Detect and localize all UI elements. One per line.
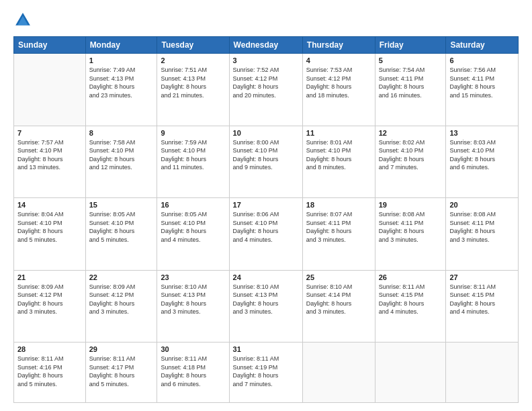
calendar-cell: 24Sunrise: 8:10 AM Sunset: 4:13 PM Dayli… bbox=[229, 270, 302, 342]
day-info: Sunrise: 8:11 AM Sunset: 4:15 PM Dayligh… bbox=[379, 283, 443, 316]
day-number: 17 bbox=[233, 201, 299, 209]
day-info: Sunrise: 8:02 AM Sunset: 4:10 PM Dayligh… bbox=[379, 138, 443, 172]
calendar-cell: 8Sunrise: 7:58 AM Sunset: 4:10 PM Daylig… bbox=[85, 126, 157, 198]
calendar-cell: 13Sunrise: 8:03 AM Sunset: 4:10 PM Dayli… bbox=[446, 126, 519, 198]
day-info: Sunrise: 8:07 AM Sunset: 4:11 PM Dayligh… bbox=[306, 210, 371, 244]
day-number: 9 bbox=[161, 129, 225, 137]
calendar-cell: 23Sunrise: 8:10 AM Sunset: 4:13 PM Dayli… bbox=[157, 270, 229, 342]
calendar-cell: 3Sunrise: 7:52 AM Sunset: 4:12 PM Daylig… bbox=[229, 54, 302, 126]
day-number: 2 bbox=[161, 56, 225, 64]
day-info: Sunrise: 8:11 AM Sunset: 4:19 PM Dayligh… bbox=[233, 355, 299, 388]
day-number: 15 bbox=[89, 201, 154, 209]
week-row-5: 28Sunrise: 8:11 AM Sunset: 4:16 PM Dayli… bbox=[14, 342, 519, 403]
day-number: 30 bbox=[161, 345, 225, 353]
day-info: Sunrise: 8:11 AM Sunset: 4:15 PM Dayligh… bbox=[449, 283, 515, 316]
page: SundayMondayTuesdayWednesdayThursdayFrid… bbox=[0, 0, 532, 411]
calendar-table: SundayMondayTuesdayWednesdayThursdayFrid… bbox=[13, 36, 519, 403]
day-number: 4 bbox=[306, 56, 371, 64]
day-info: Sunrise: 8:04 AM Sunset: 4:10 PM Dayligh… bbox=[17, 210, 82, 244]
header bbox=[13, 11, 519, 30]
day-number: 19 bbox=[379, 201, 443, 209]
day-number: 3 bbox=[233, 56, 299, 64]
day-info: Sunrise: 7:56 AM Sunset: 4:11 PM Dayligh… bbox=[449, 66, 515, 99]
calendar-cell bbox=[14, 54, 86, 126]
week-row-4: 21Sunrise: 8:09 AM Sunset: 4:12 PM Dayli… bbox=[14, 270, 519, 342]
day-info: Sunrise: 7:54 AM Sunset: 4:11 PM Dayligh… bbox=[379, 66, 443, 99]
day-info: Sunrise: 8:10 AM Sunset: 4:13 PM Dayligh… bbox=[161, 283, 225, 316]
calendar-cell: 15Sunrise: 8:05 AM Sunset: 4:10 PM Dayli… bbox=[85, 198, 157, 271]
day-info: Sunrise: 7:58 AM Sunset: 4:10 PM Dayligh… bbox=[89, 138, 154, 172]
calendar-cell bbox=[375, 342, 446, 403]
logo-icon bbox=[13, 11, 32, 30]
day-number: 25 bbox=[306, 273, 371, 281]
day-number: 26 bbox=[379, 273, 443, 281]
calendar-cell: 7Sunrise: 7:57 AM Sunset: 4:10 PM Daylig… bbox=[14, 126, 86, 198]
calendar-cell: 18Sunrise: 8:07 AM Sunset: 4:11 PM Dayli… bbox=[302, 198, 375, 271]
calendar-cell: 6Sunrise: 7:56 AM Sunset: 4:11 PM Daylig… bbox=[446, 54, 519, 126]
day-number: 27 bbox=[449, 273, 515, 281]
calendar-cell: 9Sunrise: 7:59 AM Sunset: 4:10 PM Daylig… bbox=[157, 126, 229, 198]
weekday-header-row: SundayMondayTuesdayWednesdayThursdayFrid… bbox=[14, 37, 519, 54]
calendar-cell bbox=[446, 342, 519, 403]
day-number: 18 bbox=[306, 201, 371, 209]
calendar-cell: 31Sunrise: 8:11 AM Sunset: 4:19 PM Dayli… bbox=[229, 342, 302, 403]
day-number: 31 bbox=[233, 345, 299, 353]
weekday-header-thursday: Thursday bbox=[302, 37, 375, 54]
calendar-cell: 12Sunrise: 8:02 AM Sunset: 4:10 PM Dayli… bbox=[375, 126, 446, 198]
day-number: 10 bbox=[233, 129, 299, 137]
day-number: 6 bbox=[449, 56, 515, 64]
day-info: Sunrise: 7:52 AM Sunset: 4:12 PM Dayligh… bbox=[233, 66, 299, 99]
day-info: Sunrise: 7:57 AM Sunset: 4:10 PM Dayligh… bbox=[17, 138, 82, 172]
day-info: Sunrise: 7:51 AM Sunset: 4:13 PM Dayligh… bbox=[161, 66, 225, 99]
day-info: Sunrise: 8:08 AM Sunset: 4:11 PM Dayligh… bbox=[379, 210, 443, 244]
weekday-header-tuesday: Tuesday bbox=[157, 37, 229, 54]
day-info: Sunrise: 8:10 AM Sunset: 4:14 PM Dayligh… bbox=[306, 283, 371, 316]
day-info: Sunrise: 8:09 AM Sunset: 4:12 PM Dayligh… bbox=[17, 283, 82, 316]
day-number: 21 bbox=[17, 273, 82, 281]
day-number: 7 bbox=[17, 129, 82, 137]
day-number: 13 bbox=[449, 129, 515, 137]
weekday-header-wednesday: Wednesday bbox=[229, 37, 302, 54]
day-info: Sunrise: 8:01 AM Sunset: 4:10 PM Dayligh… bbox=[306, 138, 371, 172]
day-info: Sunrise: 8:08 AM Sunset: 4:11 PM Dayligh… bbox=[449, 210, 515, 244]
day-number: 1 bbox=[89, 56, 154, 64]
day-number: 20 bbox=[449, 201, 515, 209]
day-number: 24 bbox=[233, 273, 299, 281]
week-row-3: 14Sunrise: 8:04 AM Sunset: 4:10 PM Dayli… bbox=[14, 198, 519, 271]
day-number: 22 bbox=[89, 273, 154, 281]
day-info: Sunrise: 8:05 AM Sunset: 4:10 PM Dayligh… bbox=[161, 210, 225, 244]
calendar-cell: 1Sunrise: 7:49 AM Sunset: 4:13 PM Daylig… bbox=[85, 54, 157, 126]
weekday-header-sunday: Sunday bbox=[14, 37, 86, 54]
day-info: Sunrise: 8:09 AM Sunset: 4:12 PM Dayligh… bbox=[89, 283, 154, 316]
day-info: Sunrise: 8:05 AM Sunset: 4:10 PM Dayligh… bbox=[89, 210, 154, 244]
calendar-cell: 10Sunrise: 8:00 AM Sunset: 4:10 PM Dayli… bbox=[229, 126, 302, 198]
week-row-2: 7Sunrise: 7:57 AM Sunset: 4:10 PM Daylig… bbox=[14, 126, 519, 198]
day-number: 23 bbox=[161, 273, 225, 281]
weekday-header-saturday: Saturday bbox=[446, 37, 519, 54]
calendar-cell: 5Sunrise: 7:54 AM Sunset: 4:11 PM Daylig… bbox=[375, 54, 446, 126]
calendar-cell: 4Sunrise: 7:53 AM Sunset: 4:12 PM Daylig… bbox=[302, 54, 375, 126]
calendar-cell: 29Sunrise: 8:11 AM Sunset: 4:17 PM Dayli… bbox=[85, 342, 157, 403]
calendar-cell: 21Sunrise: 8:09 AM Sunset: 4:12 PM Dayli… bbox=[14, 270, 86, 342]
calendar-cell: 26Sunrise: 8:11 AM Sunset: 4:15 PM Dayli… bbox=[375, 270, 446, 342]
calendar-cell: 20Sunrise: 8:08 AM Sunset: 4:11 PM Dayli… bbox=[446, 198, 519, 271]
day-info: Sunrise: 8:10 AM Sunset: 4:13 PM Dayligh… bbox=[233, 283, 299, 316]
day-number: 28 bbox=[17, 345, 82, 353]
day-number: 8 bbox=[89, 129, 154, 137]
day-info: Sunrise: 8:11 AM Sunset: 4:18 PM Dayligh… bbox=[161, 355, 225, 388]
weekday-header-friday: Friday bbox=[375, 37, 446, 54]
calendar-cell: 30Sunrise: 8:11 AM Sunset: 4:18 PM Dayli… bbox=[157, 342, 229, 403]
calendar-cell: 28Sunrise: 8:11 AM Sunset: 4:16 PM Dayli… bbox=[14, 342, 86, 403]
day-number: 14 bbox=[17, 201, 82, 209]
weekday-header-monday: Monday bbox=[85, 37, 157, 54]
day-info: Sunrise: 8:11 AM Sunset: 4:16 PM Dayligh… bbox=[17, 355, 82, 388]
calendar-cell: 11Sunrise: 8:01 AM Sunset: 4:10 PM Dayli… bbox=[302, 126, 375, 198]
calendar-cell: 22Sunrise: 8:09 AM Sunset: 4:12 PM Dayli… bbox=[85, 270, 157, 342]
day-info: Sunrise: 8:03 AM Sunset: 4:10 PM Dayligh… bbox=[449, 138, 515, 172]
calendar-cell: 27Sunrise: 8:11 AM Sunset: 4:15 PM Dayli… bbox=[446, 270, 519, 342]
day-info: Sunrise: 7:59 AM Sunset: 4:10 PM Dayligh… bbox=[161, 138, 225, 172]
day-number: 11 bbox=[306, 129, 371, 137]
day-number: 12 bbox=[379, 129, 443, 137]
calendar-cell: 14Sunrise: 8:04 AM Sunset: 4:10 PM Dayli… bbox=[14, 198, 86, 271]
calendar-cell: 17Sunrise: 8:06 AM Sunset: 4:10 PM Dayli… bbox=[229, 198, 302, 271]
